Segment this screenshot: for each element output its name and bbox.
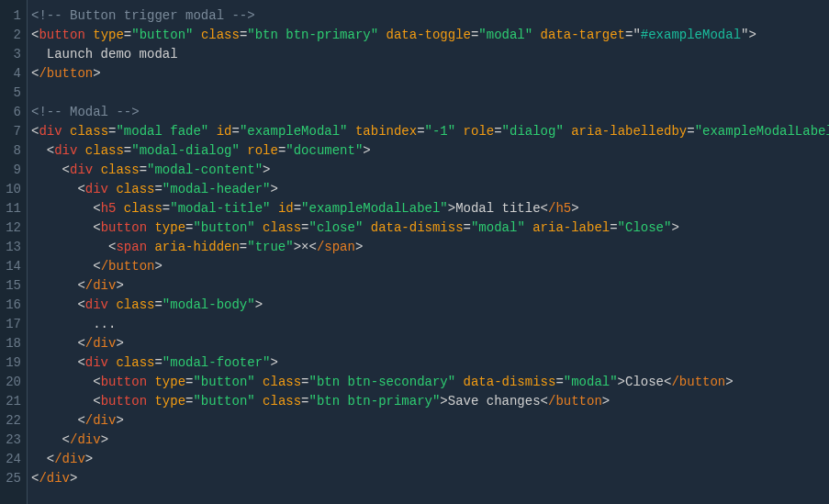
- code-token: >: [671, 220, 678, 235]
- code-token: "modal-content": [147, 162, 263, 177]
- line-number: 23: [6, 431, 21, 450]
- code-token: "true": [247, 240, 293, 254]
- code-token: "modal": [471, 220, 525, 235]
- code-token: /button: [39, 66, 93, 81]
- code-token: [193, 28, 200, 42]
- code-token: data-dismiss: [371, 220, 464, 235]
- line-number: 18: [6, 334, 21, 353]
- code-token: =: [494, 124, 501, 139]
- code-token: >: [571, 201, 578, 216]
- line-number: 8: [6, 141, 21, 161]
- code-token: ×: [301, 240, 308, 254]
- code-token: =: [464, 220, 471, 235]
- line-number-gutter: 1234567891011121314151617181920212223242…: [0, 0, 28, 504]
- line-number: 19: [6, 353, 21, 373]
- code-token: class: [201, 28, 240, 42]
- code-line[interactable]: </button>: [31, 257, 829, 276]
- code-token: "button": [131, 28, 193, 42]
- code-token: [348, 124, 355, 139]
- code-line[interactable]: <button type="button" class="close" data…: [31, 218, 829, 238]
- code-token: [378, 28, 386, 42]
- code-line[interactable]: Launch demo modal: [31, 45, 829, 64]
- code-line[interactable]: <h5 class="modal-title" id="exampleModal…: [31, 199, 829, 218]
- code-token: =: [417, 124, 424, 139]
- code-token: class: [263, 220, 301, 235]
- code-token: class: [263, 394, 301, 409]
- line-number: 3: [6, 45, 21, 64]
- code-line[interactable]: </div>: [31, 334, 829, 353]
- code-token: <: [31, 432, 70, 447]
- code-token: type: [154, 394, 185, 409]
- code-token: data-target: [541, 28, 625, 42]
- code-token: div: [85, 182, 108, 196]
- code-token: "modal-dialog": [131, 143, 240, 158]
- code-token: [255, 375, 263, 389]
- code-token: div: [70, 162, 93, 177]
- code-token: =: [124, 28, 131, 42]
- code-line[interactable]: <div class="modal-header">: [31, 180, 829, 199]
- code-line[interactable]: <!-- Button trigger modal -->: [31, 6, 829, 26]
- code-line[interactable]: <div class="modal fade" id="exampleModal…: [31, 122, 829, 141]
- code-editor-area[interactable]: <!-- Button trigger modal --><button typ…: [28, 0, 829, 504]
- code-token: "exampleModalLabel": [695, 124, 829, 139]
- code-token: <: [31, 355, 85, 370]
- code-token: /div: [85, 336, 117, 351]
- code-line[interactable]: <div class="modal-body">: [31, 296, 829, 315]
- code-line[interactable]: </div>: [31, 450, 829, 469]
- line-number: 15: [6, 276, 21, 296]
- code-token: role: [247, 143, 278, 158]
- code-token: >: [85, 452, 93, 466]
- code-token: [93, 162, 100, 177]
- code-token: div: [39, 124, 62, 139]
- code-token: [77, 143, 84, 158]
- code-line[interactable]: [31, 84, 829, 103]
- code-token: =: [232, 124, 240, 139]
- code-token: [208, 124, 216, 139]
- code-token: /button: [548, 394, 602, 409]
- code-line[interactable]: <div class="modal-content">: [31, 161, 829, 180]
- line-number: 1: [6, 6, 21, 26]
- code-token: >: [363, 143, 370, 158]
- code-line[interactable]: </div>: [31, 431, 829, 450]
- code-line[interactable]: </div>: [31, 411, 829, 431]
- code-line[interactable]: <button type="button" class="btn btn-pri…: [31, 26, 829, 45]
- code-token: type: [93, 28, 124, 42]
- code-token: =: [162, 201, 170, 216]
- code-token: Save changes: [448, 394, 541, 409]
- code-token: [85, 28, 93, 42]
- line-number: 10: [6, 180, 21, 199]
- code-line[interactable]: ...: [31, 315, 829, 334]
- code-token: aria-labelledby: [571, 124, 687, 139]
- code-token: <: [31, 297, 85, 312]
- code-token: "button": [193, 394, 254, 409]
- code-token: "close": [309, 220, 364, 235]
- line-number: 6: [6, 103, 21, 122]
- code-token: class: [116, 355, 154, 370]
- code-line[interactable]: </button>: [31, 64, 829, 84]
- code-token: <: [31, 143, 54, 158]
- code-token: tabindex: [355, 124, 417, 139]
- code-token: [255, 220, 263, 235]
- code-token: "-1": [425, 124, 456, 139]
- code-token: Launch demo modal: [31, 47, 178, 62]
- line-number: 4: [6, 64, 21, 84]
- code-token: "btn btn-primary": [309, 394, 441, 409]
- line-number: 22: [6, 411, 21, 431]
- code-token: "modal-title": [170, 201, 270, 216]
- code-line[interactable]: <button type="button" class="btn btn-pri…: [31, 392, 829, 411]
- code-line[interactable]: </div>: [31, 276, 829, 296]
- code-line[interactable]: <div class="modal-footer">: [31, 353, 829, 373]
- code-line[interactable]: <!-- Modal -->: [31, 103, 829, 122]
- code-token: class: [70, 124, 108, 139]
- code-token: class: [85, 143, 124, 158]
- code-line[interactable]: <button type="button" class="btn btn-sec…: [31, 373, 829, 392]
- code-token: [564, 124, 571, 139]
- code-token: aria-label: [532, 220, 610, 235]
- code-token: /button: [671, 375, 725, 389]
- code-token: <: [31, 162, 70, 177]
- code-line[interactable]: <div class="modal-dialog" role="document…: [31, 141, 829, 161]
- code-token: [255, 394, 263, 409]
- code-line[interactable]: <span aria-hidden="true">×</span>: [31, 238, 829, 257]
- code-line[interactable]: </div>: [31, 469, 829, 488]
- code-token: "modal-header": [162, 182, 271, 196]
